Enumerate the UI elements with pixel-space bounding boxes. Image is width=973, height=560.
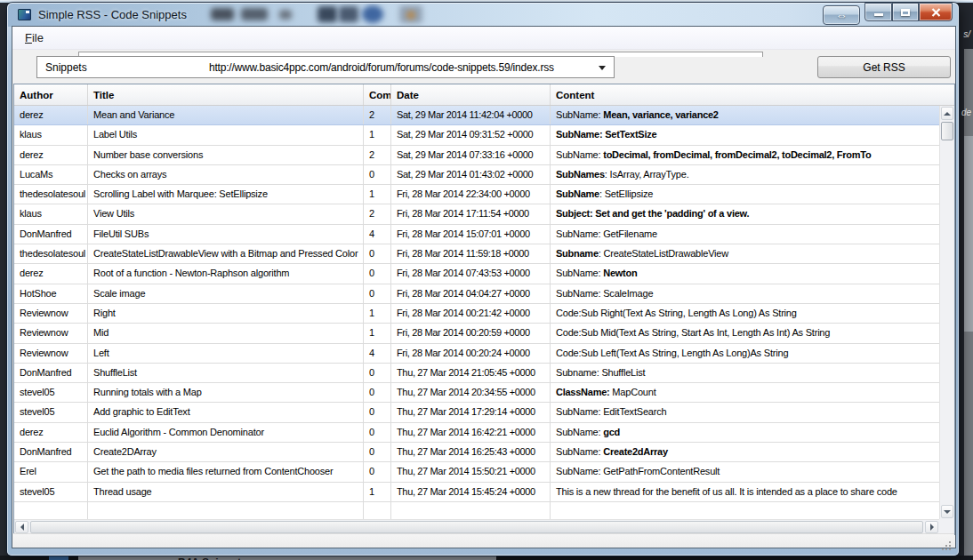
- cell-date: Thu, 27 Mar 2014 15:45:24 +0000: [391, 483, 551, 501]
- triangle-down-icon: [944, 510, 951, 514]
- table-row[interactable]: DonManfredCreate2DArray0Thu, 27 Mar 2014…: [14, 443, 939, 462]
- cell-comments: 0: [364, 423, 391, 442]
- cell-comments: 1: [364, 185, 391, 204]
- table-row[interactable]: klausView Utils2Fri, 28 Mar 2014 17:11:5…: [14, 204, 939, 224]
- cell-date: Fri, 28 Mar 2014 00:20:24 +0000: [391, 344, 551, 363]
- resize-grip[interactable]: [949, 541, 951, 543]
- cell-title: Running totals with a Map: [88, 383, 364, 402]
- table-row[interactable]: HotShoeScale image0Fri, 28 Mar 2014 04:0…: [14, 284, 939, 304]
- feed-name-label: Snippets: [45, 61, 87, 74]
- chevron-down-icon[interactable]: [599, 66, 606, 70]
- cell-comments: 0: [364, 383, 391, 402]
- cell-date: Sat, 29 Mar 2014 07:33:16 +0000: [391, 146, 551, 164]
- table-row[interactable]: ReviewnowMid1Fri, 28 Mar 2014 00:20:59 +…: [14, 324, 939, 343]
- cell-comments: 0: [364, 443, 391, 461]
- column-header-content[interactable]: Content: [551, 84, 954, 105]
- cell-date: Sat, 29 Mar 2014 11:42:04 +0000: [391, 106, 551, 124]
- close-icon: [931, 8, 941, 17]
- table-row[interactable]: derezEuclid Algorithm - Common Denominat…: [14, 423, 939, 443]
- cell-title: Add graphic to EditText: [88, 403, 364, 421]
- column-header-comments[interactable]: Com.: [364, 84, 391, 105]
- minimize-button[interactable]: [864, 3, 892, 21]
- cell-content: SubName: GetPathFromContentResult: [551, 462, 939, 481]
- table-row[interactable]: stevel05Add graphic to EditText0Thu, 27 …: [14, 403, 939, 422]
- table-row[interactable]: DonManfredFileUtil SUBs4Fri, 28 Mar 2014…: [14, 225, 939, 244]
- cell-comments: 0: [364, 284, 391, 303]
- cell-title: Mid: [88, 324, 364, 342]
- cell-title: Scrolling Label with Marquee: SetEllipsi…: [88, 185, 364, 204]
- background-text-fragment: de: [961, 108, 971, 117]
- cell-content: SubName: ScaleImage: [551, 284, 939, 303]
- cell-author: DonManfred: [14, 443, 88, 461]
- cell-comments: 1: [364, 125, 391, 144]
- horizontal-scroll-thumb[interactable]: [30, 521, 923, 533]
- cell-comments: 0: [364, 264, 391, 283]
- background-text-fragment: B4A Snippets: [178, 556, 247, 560]
- scroll-left-button[interactable]: [15, 521, 28, 533]
- status-bar: [13, 533, 954, 547]
- cell-author: stevel05: [14, 383, 88, 402]
- resize-horizontal-button[interactable]: ⇔: [823, 5, 860, 25]
- feed-combo-box[interactable]: Snippets http://www.basic4ppc.com/androi…: [36, 56, 615, 78]
- table-row[interactable]: derezMean and Variance2Sat, 29 Mar 2014 …: [14, 106, 939, 125]
- horizontal-scrollbar[interactable]: [14, 519, 939, 534]
- column-header-author[interactable]: Author: [14, 84, 88, 105]
- cell-comments: 2: [364, 106, 391, 124]
- snippets-table: Author Title Com. Date Content derezMean…: [13, 84, 955, 535]
- table-row[interactable]: thedesolatesoulScrolling Label with Marq…: [14, 185, 939, 204]
- table-row[interactable]: LucaMsChecks on arrays0Sat, 29 Mar 2014 …: [14, 165, 939, 185]
- table-row[interactable]: stevel05Thread usage1Thu, 27 Mar 2014 15…: [14, 483, 939, 502]
- cell-title: View Utils: [88, 204, 364, 223]
- cell-title: Get the path to media files returned fro…: [88, 462, 364, 481]
- cell-author: Reviewnow: [14, 324, 88, 342]
- table-row-empty: [14, 502, 939, 519]
- close-button[interactable]: [919, 3, 953, 21]
- cell-content: SubName: EditTextSearch: [551, 403, 939, 421]
- scroll-right-button[interactable]: [925, 521, 938, 533]
- triangle-left-icon: [20, 524, 24, 531]
- cell-comments: 0: [364, 403, 391, 421]
- cell-comments: 0: [364, 364, 391, 382]
- cell-date: Fri, 28 Mar 2014 11:59:18 +0000: [391, 244, 551, 263]
- cell-author: klaus: [14, 204, 88, 223]
- cell-title: Number base conversions: [88, 146, 364, 164]
- cell-content: Code:Sub Mid(Text As String, Start As In…: [551, 324, 939, 342]
- scroll-up-button[interactable]: [941, 107, 953, 120]
- cell-content: SubName: Create2dArray: [551, 443, 939, 461]
- column-header-date[interactable]: Date: [391, 84, 551, 105]
- cell-comments: 2: [364, 146, 391, 164]
- cell-content: SubName: gcd: [551, 423, 939, 442]
- get-rss-button[interactable]: Get RSS: [817, 56, 951, 78]
- vertical-scroll-thumb[interactable]: [941, 122, 953, 140]
- table-row[interactable]: thedesolatesoulCreateStateListDrawableVi…: [14, 244, 939, 264]
- cell-title: Create2DArray: [88, 443, 364, 461]
- scroll-down-button[interactable]: [941, 505, 953, 518]
- maximize-button[interactable]: [892, 3, 919, 21]
- cell-author: DonManfred: [14, 364, 88, 382]
- table-row[interactable]: ReviewnowLeft4Fri, 28 Mar 2014 00:20:24 …: [14, 344, 939, 364]
- cell-content: Subname: CreateStateListDrawableView: [551, 244, 939, 263]
- cell-content: SubName: toDecimal, fromDecimal, fromDec…: [551, 146, 939, 164]
- cell-title: Right: [88, 304, 364, 323]
- cell-date: Thu, 27 Mar 2014 16:42:21 +0000: [391, 423, 551, 442]
- column-header-title[interactable]: Title: [88, 84, 364, 105]
- table-row[interactable]: ErelGet the path to media files returned…: [14, 462, 939, 482]
- menu-file[interactable]: File: [18, 27, 51, 50]
- cell-comments: 1: [364, 483, 391, 501]
- cell-content: Subject: Set and get the 'padding' of a …: [551, 204, 939, 223]
- table-row[interactable]: ReviewnowRight1Fri, 28 Mar 2014 00:21:42…: [14, 304, 939, 324]
- table-row[interactable]: klausLabel Utils1Sat, 29 Mar 2014 09:31:…: [14, 125, 939, 145]
- cell-content: SubNames: IsArray, ArrayType.: [551, 165, 939, 184]
- table-body: derezMean and Variance2Sat, 29 Mar 2014 …: [14, 106, 939, 519]
- cell-date: Fri, 28 Mar 2014 00:21:42 +0000: [391, 304, 551, 323]
- table-row[interactable]: derezRoot of a function - Newton-Raphson…: [14, 264, 939, 284]
- cell-author: derez: [14, 423, 88, 442]
- vertical-scrollbar[interactable]: [939, 106, 954, 519]
- cell-comments: 1: [364, 324, 391, 342]
- table-row[interactable]: stevel05Running totals with a Map0Thu, 2…: [14, 383, 939, 403]
- cell-author: klaus: [14, 125, 88, 144]
- table-row[interactable]: DonManfredShuffleList0Thu, 27 Mar 2014 2…: [14, 364, 939, 383]
- title-bar[interactable]: Simple RSS - Code Snippets: [8, 4, 958, 27]
- table-row[interactable]: derezNumber base conversions2Sat, 29 Mar…: [14, 146, 939, 165]
- cell-date: Thu, 27 Mar 2014 17:29:14 +0000: [391, 403, 551, 421]
